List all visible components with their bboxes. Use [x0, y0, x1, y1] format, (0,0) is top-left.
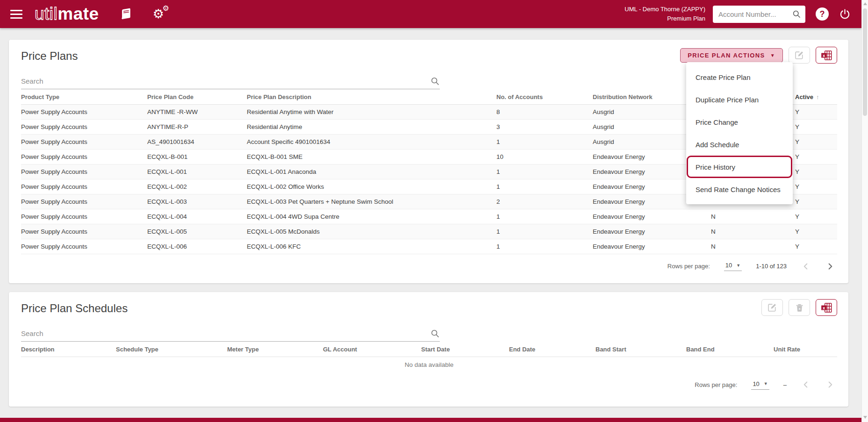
col-header-active[interactable]: Active↑: [795, 90, 837, 104]
table-row[interactable]: Power Supply Accounts ECQXL-L-006 ECQXL-…: [21, 239, 837, 254]
cell-product-type: Power Supply Accounts: [21, 104, 147, 119]
cell-code: ANYTIME-R-P: [147, 119, 247, 134]
col-header-description[interactable]: Description: [21, 343, 116, 357]
cell-accounts: 10: [496, 149, 593, 164]
excel-export-icon: x: [821, 302, 832, 313]
page-range-label: 1-10 of 123: [756, 263, 787, 270]
cell-code: AS_4901001634: [147, 134, 247, 149]
cell-description: Account Specific 4901001634: [247, 134, 496, 149]
cell-code: ECQXL-L-005: [147, 224, 247, 239]
power-logout-icon[interactable]: [839, 8, 851, 20]
price-plans-search-field: [21, 76, 440, 89]
cell-active: Y: [795, 209, 837, 224]
empty-state-row: No data available: [21, 357, 837, 372]
rows-per-page-select[interactable]: 10 ▼: [751, 380, 769, 390]
page-range-label: –: [783, 381, 787, 388]
app-logo[interactable]: utilmate: [35, 4, 99, 24]
settings-gears-icon[interactable]: ⚙⚙: [153, 8, 164, 21]
cell-accounts: 1: [496, 134, 593, 149]
next-page-button[interactable]: [825, 379, 835, 390]
cell-accounts: 1: [496, 179, 593, 194]
price-plans-search-input[interactable]: [21, 77, 430, 85]
help-icon[interactable]: ?: [816, 7, 829, 21]
chevron-down-icon: ▼: [764, 381, 768, 386]
top-bar: utilmate ⚙⚙ UML - Demo Thorne (ZAPPY) Pr…: [0, 0, 861, 28]
svg-text:x: x: [823, 52, 825, 57]
menu-item-price-change[interactable]: Price Change: [686, 111, 793, 133]
hamburger-menu-icon[interactable]: [10, 7, 22, 21]
schedules-pagination: Rows per page: 10 ▼ –: [9, 372, 848, 390]
menu-item-create-price-plan[interactable]: Create Price Plan: [686, 66, 793, 88]
cell-active: Y: [795, 179, 837, 194]
cell-active: Y: [795, 119, 837, 134]
col-header-schedule-type[interactable]: Schedule Type: [116, 343, 227, 357]
cell-product-type: Power Supply Accounts: [21, 134, 147, 149]
price-plans-title: Price Plans: [21, 47, 78, 63]
cell-description: ECQXL-L-006 KFC: [247, 239, 496, 254]
delete-schedule-button[interactable]: x: [789, 299, 810, 316]
price-plan-actions-button[interactable]: PRICE PLAN ACTIONS ▼: [680, 48, 783, 63]
cell-flag: N: [711, 209, 795, 224]
app-logo-mate: mate: [57, 4, 99, 24]
export-excel-button[interactable]: x: [816, 299, 837, 316]
cell-active: Y: [795, 224, 837, 239]
cell-product-type: Power Supply Accounts: [21, 209, 147, 224]
cell-flag: N: [711, 239, 795, 254]
edit-price-plan-button[interactable]: [789, 47, 810, 64]
next-page-button[interactable]: [825, 261, 835, 272]
col-header-band-start[interactable]: Band Start: [595, 343, 686, 357]
previous-page-button[interactable]: [801, 379, 811, 390]
rows-per-page-label: Rows per page:: [695, 381, 737, 388]
menu-item-send-rate-change-notices[interactable]: Send Rate Change Notices: [686, 178, 793, 200]
cell-description: Residential Anytime with Water: [247, 104, 496, 119]
search-icon[interactable]: [430, 329, 440, 338]
scroll-up-icon[interactable]: [863, 2, 867, 5]
col-header-unit-rate[interactable]: Unit Rate: [774, 343, 837, 357]
col-header-price-plan-description[interactable]: Price Plan Description: [247, 90, 496, 104]
col-header-product-type[interactable]: Product Type: [21, 90, 147, 104]
app-logo-util: util: [35, 4, 57, 24]
col-header-gl-account[interactable]: GL Account: [323, 343, 421, 357]
cell-active: Y: [795, 134, 837, 149]
table-row[interactable]: Power Supply Accounts ECQXL-L-004 ECQXL-…: [21, 209, 837, 224]
export-excel-button[interactable]: x: [816, 47, 837, 64]
table-header-row: Description Schedule Type Meter Type GL …: [21, 343, 837, 357]
edit-schedule-button[interactable]: [761, 299, 783, 316]
cell-code: ECQXL-L-003: [147, 194, 247, 209]
menu-item-duplicate-price-plan[interactable]: Duplicate Price Plan: [686, 88, 793, 111]
svg-text:x: x: [823, 305, 825, 310]
cell-product-type: Power Supply Accounts: [21, 224, 147, 239]
menu-item-add-schedule[interactable]: Add Schedule: [686, 133, 793, 156]
col-header-end-date[interactable]: End Date: [509, 343, 595, 357]
cell-description: ECQXL-L-004 4WD Supa Centre: [247, 209, 496, 224]
col-header-meter-type[interactable]: Meter Type: [227, 343, 323, 357]
cell-code: ECQXL-B-001: [147, 149, 247, 164]
cell-product-type: Power Supply Accounts: [21, 164, 147, 179]
menu-item-price-history[interactable]: Price History: [687, 156, 792, 178]
col-header-price-plan-code[interactable]: Price Plan Code: [147, 90, 247, 104]
col-header-band-end[interactable]: Band End: [686, 343, 774, 357]
col-header-start-date[interactable]: Start Date: [421, 343, 509, 357]
search-icon[interactable]: [792, 9, 801, 19]
col-header-no-of-accounts[interactable]: No. of Accounts: [496, 90, 593, 104]
edit-pencil-icon: [767, 302, 777, 313]
excel-export-icon: x: [821, 50, 832, 61]
cell-accounts: 2: [496, 194, 593, 209]
cell-accounts: 3: [496, 119, 593, 134]
cell-code: ANYTIME -R-WW: [147, 104, 247, 119]
rows-per-page-select[interactable]: 10 ▼: [724, 261, 742, 271]
table-row[interactable]: Power Supply Accounts ECQXL-L-005 ECQXL-…: [21, 224, 837, 239]
scrollbar-thumb[interactable]: [863, 8, 867, 116]
scrollbar[interactable]: [861, 0, 868, 422]
account-number-input[interactable]: [718, 10, 792, 18]
cell-product-type: Power Supply Accounts: [21, 239, 147, 254]
previous-page-button[interactable]: [801, 261, 811, 272]
cell-active: Y: [795, 104, 837, 119]
search-icon[interactable]: [430, 76, 440, 86]
user-meta: UML - Demo Thorne (ZAPPY) Premium Plan: [624, 5, 705, 23]
cell-description: ECQXL-L-003 Pet Quarters + Neptune Swim …: [247, 194, 496, 209]
schedules-search-input[interactable]: [21, 329, 430, 337]
cell-active: Y: [795, 164, 837, 179]
ledger-book-icon[interactable]: [120, 8, 132, 21]
scroll-down-icon[interactable]: [863, 416, 867, 419]
